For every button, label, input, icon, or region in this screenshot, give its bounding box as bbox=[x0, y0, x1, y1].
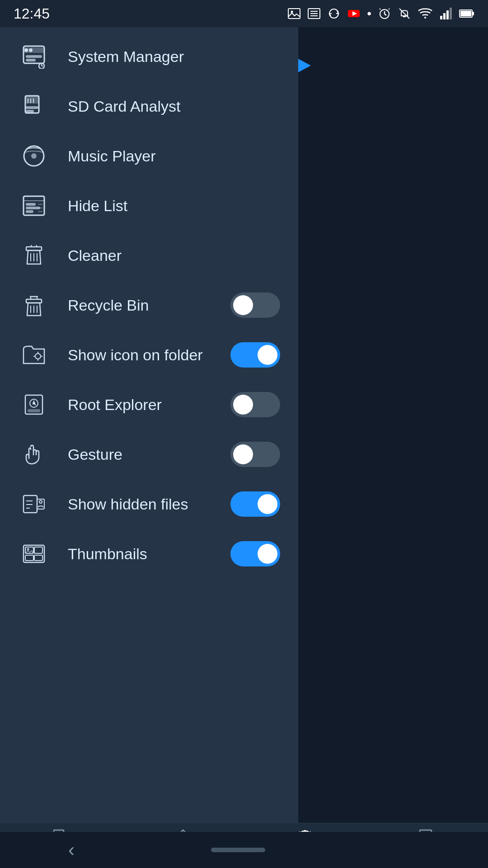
menu-item-cleaner[interactable]: Cleaner bbox=[0, 231, 298, 280]
svg-rect-13 bbox=[443, 13, 446, 19]
svg-line-10 bbox=[385, 14, 386, 15]
drawer: System Manager SD Card Analyst bbox=[0, 27, 298, 823]
svg-rect-40 bbox=[26, 207, 40, 209]
show-hidden-files-toggle[interactable] bbox=[230, 491, 280, 517]
recycle-bin-label: Recycle Bin bbox=[68, 297, 230, 314]
menu-item-gesture[interactable]: Gesture bbox=[0, 429, 298, 479]
svg-rect-0 bbox=[288, 9, 300, 19]
gesture-icon bbox=[18, 439, 50, 470]
show-icon-folder-icon bbox=[18, 339, 50, 371]
root-explorer-icon bbox=[18, 389, 50, 420]
menu-item-sd-card-analyst[interactable]: SD Card Analyst bbox=[0, 81, 298, 131]
show-hidden-files-label: Show hidden files bbox=[68, 495, 230, 513]
recycle-bin-toggle[interactable] bbox=[230, 292, 280, 318]
youtube-icon bbox=[347, 7, 361, 20]
alarm-icon bbox=[378, 7, 391, 20]
home-pill[interactable] bbox=[211, 848, 265, 852]
svg-rect-33 bbox=[26, 107, 38, 108]
svg-rect-39 bbox=[26, 203, 35, 205]
sd-card-label: SD Card Analyst bbox=[68, 98, 280, 115]
image-icon bbox=[287, 7, 301, 20]
svg-rect-34 bbox=[26, 110, 33, 112]
thumbnails-icon bbox=[18, 538, 50, 570]
recycle-bin-icon bbox=[18, 289, 50, 321]
sync-icon bbox=[327, 7, 341, 20]
status-bar: 12:45 • bbox=[0, 0, 488, 27]
svg-point-58 bbox=[35, 354, 41, 359]
menu-item-music-player[interactable]: Music Player bbox=[0, 131, 298, 181]
list-icon bbox=[307, 7, 321, 20]
back-button[interactable]: ‹ bbox=[68, 839, 75, 861]
music-player-label: Music Player bbox=[68, 147, 280, 165]
menu-item-thumbnails[interactable]: Thumbnails bbox=[0, 529, 298, 579]
menu-item-recycle-bin[interactable]: Recycle Bin bbox=[0, 280, 298, 330]
root-explorer-toggle[interactable] bbox=[230, 392, 280, 417]
drawer-arrow-indicator bbox=[298, 59, 312, 72]
gesture-toggle[interactable] bbox=[230, 442, 280, 467]
show-icon-on-folder-toggle[interactable] bbox=[230, 342, 280, 368]
menu-item-show-hidden-files[interactable]: Show hidden files bbox=[0, 479, 298, 529]
svg-rect-24 bbox=[26, 59, 35, 61]
thumbnails-label: Thumbnails bbox=[68, 545, 230, 563]
svg-rect-17 bbox=[460, 11, 471, 16]
mute-icon bbox=[398, 7, 411, 20]
svg-rect-14 bbox=[446, 10, 449, 19]
sd-card-icon bbox=[18, 90, 50, 122]
svg-rect-68 bbox=[28, 410, 40, 412]
status-time: 12:45 bbox=[14, 5, 50, 22]
show-icon-on-folder-label: Show icon on folder bbox=[68, 346, 230, 364]
svg-point-36 bbox=[32, 154, 36, 158]
gesture-label: Gesture bbox=[68, 446, 230, 463]
home-indicator-bar: ‹ bbox=[0, 832, 488, 868]
cleaner-label: Cleaner bbox=[68, 247, 280, 264]
svg-rect-77 bbox=[34, 547, 42, 553]
menu-items-list: System Manager SD Card Analyst bbox=[0, 27, 298, 823]
signal-icon bbox=[439, 7, 453, 20]
svg-rect-29 bbox=[25, 96, 39, 103]
svg-point-22 bbox=[29, 49, 32, 52]
wifi-icon bbox=[418, 7, 433, 20]
root-explorer-label: Root Explorer bbox=[68, 396, 230, 414]
menu-item-hide-list[interactable]: Hide List bbox=[0, 181, 298, 231]
svg-rect-12 bbox=[440, 16, 442, 19]
system-manager-icon bbox=[18, 41, 50, 72]
menu-item-system-manager[interactable]: System Manager bbox=[0, 32, 298, 81]
svg-point-21 bbox=[25, 49, 28, 52]
svg-rect-23 bbox=[26, 56, 42, 57]
music-icon bbox=[18, 140, 50, 172]
svg-rect-15 bbox=[450, 8, 452, 19]
svg-point-80 bbox=[27, 548, 29, 550]
battery-icon bbox=[459, 7, 474, 20]
svg-point-67 bbox=[33, 402, 35, 404]
show-hidden-files-icon bbox=[18, 488, 50, 520]
cleaner-icon bbox=[18, 240, 50, 271]
thumbnails-toggle[interactable] bbox=[230, 541, 280, 566]
hide-list-icon bbox=[18, 190, 50, 222]
svg-rect-41 bbox=[26, 211, 33, 212]
menu-item-show-icon-on-folder[interactable]: Show icon on folder bbox=[0, 330, 298, 380]
status-icons: • bbox=[287, 6, 474, 21]
svg-point-71 bbox=[39, 500, 42, 503]
svg-rect-79 bbox=[34, 555, 42, 561]
hide-list-label: Hide List bbox=[68, 197, 280, 215]
svg-rect-18 bbox=[472, 12, 474, 15]
system-manager-label: System Manager bbox=[68, 48, 280, 66]
menu-item-root-explorer[interactable]: Root Explorer bbox=[0, 380, 298, 429]
svg-rect-78 bbox=[25, 555, 33, 561]
dot-indicator: • bbox=[367, 6, 371, 21]
